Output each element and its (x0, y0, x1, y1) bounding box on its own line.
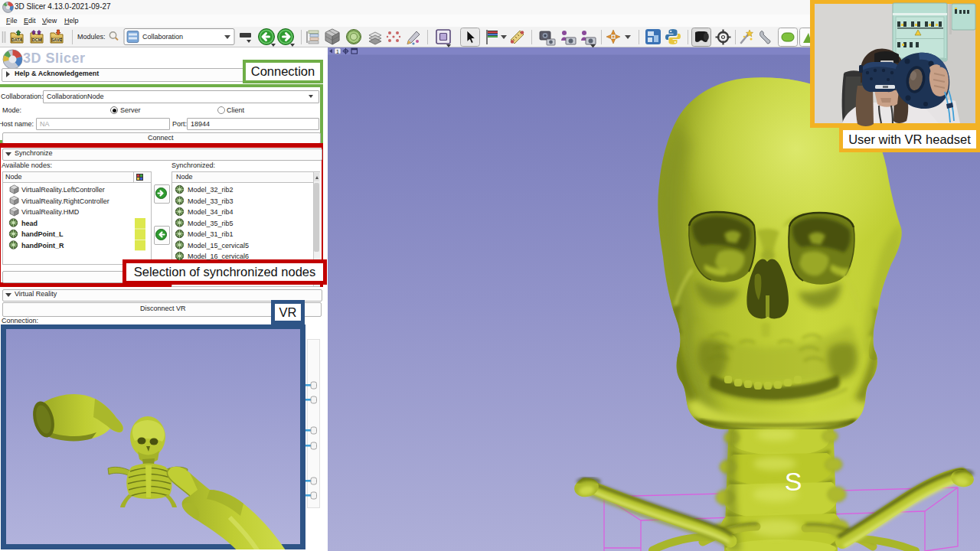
svg-text:handPoint_L: handPoint_L (21, 230, 64, 238)
svg-text:VirtualReality.LeftController: VirtualReality.LeftController (21, 186, 105, 194)
svg-text:Model_31_rib1: Model_31_rib1 (188, 230, 234, 238)
svg-text:VirtualReality.HMD: VirtualReality.HMD (21, 208, 80, 216)
svg-text:Model_35_rib5: Model_35_rib5 (188, 220, 234, 227)
svg-text:Model_15_cervical5: Model_15_cervical5 (188, 242, 249, 249)
svg-text:Model_34_rib4: Model_34_rib4 (188, 208, 234, 216)
svg-text:VirtualReality.RightController: VirtualReality.RightController (21, 197, 109, 205)
svg-text:Model_33_rib3: Model_33_rib3 (188, 197, 234, 205)
svg-text:handPoint_R: handPoint_R (21, 242, 64, 249)
svg-text:S: S (785, 467, 802, 496)
svg-text:head: head (21, 220, 38, 227)
svg-text:1: 1 (336, 49, 339, 54)
svg-text:Model_16_cervical6: Model_16_cervical6 (188, 253, 249, 260)
svg-text:Model_32_rib2: Model_32_rib2 (188, 186, 234, 194)
